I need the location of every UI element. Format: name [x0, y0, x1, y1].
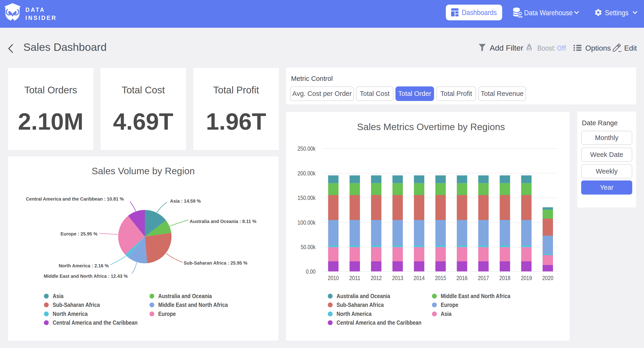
svg-text:200.00k: 200.00k — [298, 170, 316, 177]
svg-text:Middle East and North Africa :: Middle East and North Africa : 12.43 % — [44, 274, 128, 279]
svg-text:Asia : 14.59 %: Asia : 14.59 % — [170, 198, 201, 204]
svg-text:Europe : 25.95 %: Europe : 25.95 % — [60, 231, 98, 236]
svg-text:2020: 2020 — [542, 274, 554, 281]
svg-text:2015: 2015 — [435, 274, 446, 281]
svg-text:2010: 2010 — [328, 274, 339, 281]
svg-text:2012: 2012 — [371, 274, 382, 281]
svg-text:2014: 2014 — [414, 274, 424, 281]
svg-text:2011: 2011 — [349, 274, 360, 281]
svg-text:Australia and Oceania : 8.11 %: Australia and Oceania : 8.11 % — [190, 219, 256, 224]
svg-text:2019: 2019 — [521, 274, 532, 281]
svg-text:Sub-Saharan Africa : 25.95 %: Sub-Saharan Africa : 25.95 % — [184, 260, 248, 265]
svg-text:Sales Metrics Overtime by Regi: Sales Metrics Overtime by Regions — [357, 122, 505, 132]
svg-text:2018: 2018 — [500, 274, 510, 281]
svg-text:2013: 2013 — [392, 274, 403, 281]
svg-text:0.00: 0.00 — [306, 268, 316, 275]
svg-text:150.00k: 150.00k — [298, 194, 316, 201]
svg-text:North America : 2.16 %: North America : 2.16 % — [59, 263, 109, 268]
svg-text:2017: 2017 — [478, 274, 489, 281]
svg-text:2016: 2016 — [456, 274, 468, 281]
svg-text:50.00k: 50.00k — [301, 244, 316, 250]
svg-text:100.00k: 100.00k — [298, 219, 316, 226]
svg-text:Central America and the Caribb: Central America and the Caribbean : 10.8… — [26, 196, 124, 201]
svg-text:250.00k: 250.00k — [298, 145, 316, 152]
